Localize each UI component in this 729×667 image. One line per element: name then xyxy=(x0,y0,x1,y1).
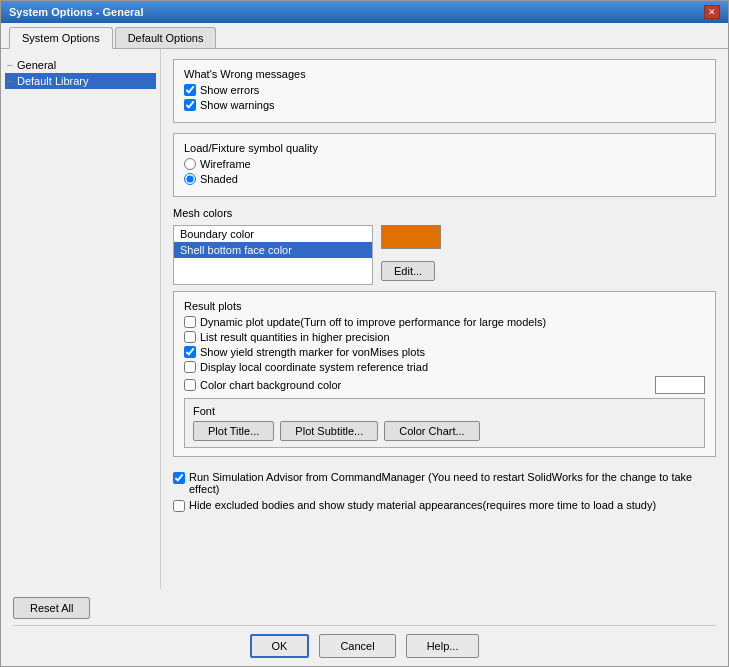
tab-default-options[interactable]: Default Options xyxy=(115,27,217,48)
sidebar-item-default-library[interactable]: Default Library xyxy=(5,73,156,89)
tab-system-options[interactable]: System Options xyxy=(9,27,113,49)
whats-wrong-label: What's Wrong messages xyxy=(184,68,705,80)
sidebar: General Default Library xyxy=(1,49,161,589)
content-area: General Default Library What's Wrong mes… xyxy=(1,49,728,589)
footer-area: Reset All OK Cancel Help... xyxy=(1,589,728,666)
color-chart-bg-label: Color chart background color xyxy=(200,379,341,391)
local-coord-checkbox[interactable] xyxy=(184,361,196,373)
window-title: System Options - General xyxy=(9,6,143,18)
show-errors-checkbox[interactable] xyxy=(184,84,196,96)
show-warnings-checkbox[interactable] xyxy=(184,99,196,111)
show-warnings-row: Show warnings xyxy=(184,99,705,111)
color-swatch-display[interactable] xyxy=(381,225,441,249)
reset-all-button[interactable]: Reset All xyxy=(13,597,90,619)
cancel-button[interactable]: Cancel xyxy=(319,634,395,658)
hide-excluded-row: Hide excluded bodies and show study mate… xyxy=(173,499,716,512)
main-panel: What's Wrong messages Show errors Show w… xyxy=(161,49,728,589)
bottom-checkboxes: Run Simulation Advisor from CommandManag… xyxy=(173,471,716,512)
mesh-colors-label: Mesh colors xyxy=(173,207,716,219)
yield-strength-checkbox[interactable] xyxy=(184,346,196,358)
system-options-window: System Options - General ✕ System Option… xyxy=(0,0,729,667)
list-result-row: List result quantities in higher precisi… xyxy=(184,331,705,343)
whats-wrong-section: What's Wrong messages Show errors Show w… xyxy=(173,59,716,123)
mesh-list-item-boundary[interactable]: Boundary color xyxy=(174,226,372,242)
bottom-buttons: OK Cancel Help... xyxy=(13,625,716,658)
hide-excluded-checkbox[interactable] xyxy=(173,500,185,512)
run-simulation-label: Run Simulation Advisor from CommandManag… xyxy=(189,471,716,495)
load-fixture-section: Load/Fixture symbol quality Wireframe Sh… xyxy=(173,133,716,197)
shaded-label: Shaded xyxy=(200,173,238,185)
tab-bar: System Options Default Options xyxy=(1,23,728,49)
dynamic-plot-checkbox[interactable] xyxy=(184,316,196,328)
show-errors-row: Show errors xyxy=(184,84,705,96)
title-bar: System Options - General ✕ xyxy=(1,1,728,23)
shaded-row: Shaded xyxy=(184,173,705,185)
yield-strength-label: Show yield strength marker for vonMises … xyxy=(200,346,425,358)
color-chart-bg-checkbox[interactable] xyxy=(184,379,196,391)
mesh-color-list[interactable]: Boundary color Shell bottom face color xyxy=(173,225,373,285)
font-section: Font Plot Title... Plot Subtitle... Colo… xyxy=(184,398,705,448)
wireframe-row: Wireframe xyxy=(184,158,705,170)
mesh-colors-section: Mesh colors Boundary color Shell bottom … xyxy=(173,207,716,281)
reset-row: Reset All xyxy=(13,597,716,619)
yield-strength-row: Show yield strength marker for vonMises … xyxy=(184,346,705,358)
run-simulation-checkbox[interactable] xyxy=(173,472,185,484)
local-coord-row: Display local coordinate system referenc… xyxy=(184,361,705,373)
wireframe-radio[interactable] xyxy=(184,158,196,170)
color-chart-button[interactable]: Color Chart... xyxy=(384,421,479,441)
plot-title-button[interactable]: Plot Title... xyxy=(193,421,274,441)
sidebar-item-general[interactable]: General xyxy=(5,57,156,73)
color-chart-checkbox-row: Color chart background color xyxy=(184,379,341,391)
dynamic-plot-label: Dynamic plot update(Turn off to improve … xyxy=(200,316,546,328)
list-result-checkbox[interactable] xyxy=(184,331,196,343)
edit-button[interactable]: Edit... xyxy=(381,261,435,281)
help-button[interactable]: Help... xyxy=(406,634,480,658)
color-chart-swatch[interactable] xyxy=(655,376,705,394)
edit-btn-wrapper: Edit... xyxy=(381,261,716,281)
result-plots-section: Result plots Dynamic plot update(Turn of… xyxy=(173,291,716,457)
hide-excluded-label: Hide excluded bodies and show study mate… xyxy=(189,499,656,511)
close-button[interactable]: ✕ xyxy=(704,5,720,19)
plot-subtitle-button[interactable]: Plot Subtitle... xyxy=(280,421,378,441)
run-simulation-row: Run Simulation Advisor from CommandManag… xyxy=(173,471,716,495)
shaded-radio[interactable] xyxy=(184,173,196,185)
color-chart-row: Color chart background color xyxy=(184,376,705,394)
font-label: Font xyxy=(193,405,696,417)
local-coord-label: Display local coordinate system referenc… xyxy=(200,361,428,373)
ok-button[interactable]: OK xyxy=(250,634,310,658)
font-buttons: Plot Title... Plot Subtitle... Color Cha… xyxy=(193,421,696,441)
load-fixture-label: Load/Fixture symbol quality xyxy=(184,142,705,154)
show-errors-label: Show errors xyxy=(200,84,259,96)
dynamic-plot-row: Dynamic plot update(Turn off to improve … xyxy=(184,316,705,328)
show-warnings-label: Show warnings xyxy=(200,99,275,111)
result-plots-label: Result plots xyxy=(184,300,705,312)
wireframe-label: Wireframe xyxy=(200,158,251,170)
mesh-list-item-shell[interactable]: Shell bottom face color xyxy=(174,242,372,258)
list-result-label: List result quantities in higher precisi… xyxy=(200,331,390,343)
